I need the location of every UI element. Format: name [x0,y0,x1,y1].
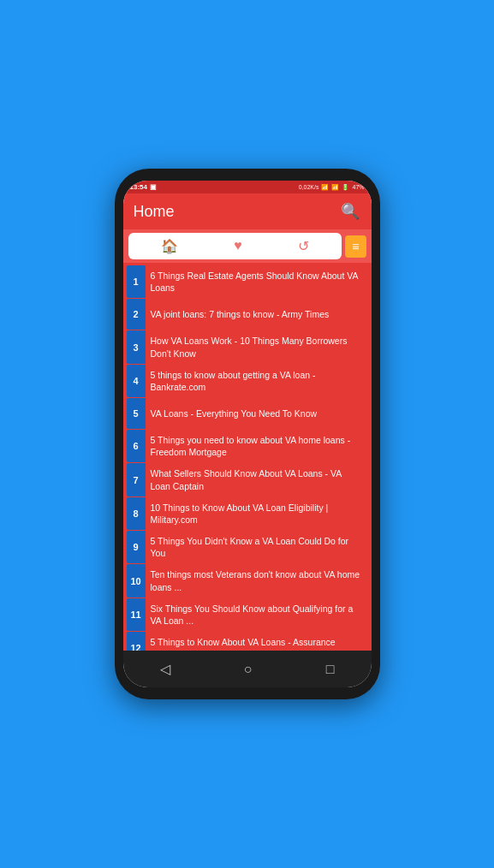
list-item[interactable]: 16 Things Real Estate Agents Should Know… [127,265,368,298]
battery-percent: 47% [352,184,364,190]
signal-icon: 📶 [331,184,339,191]
list-item[interactable]: 65 Things you need to know about VA home… [127,430,368,462]
list-item[interactable]: 7What Sellers Should Know About VA Loans… [127,463,368,496]
home-button[interactable]: ○ [235,658,261,681]
list-item-text: How VA Loans Work - 10 Things Many Borro… [146,330,368,363]
status-bar: 13:54 ▣ 0,02K/s 📶 📶 🔋 47% [123,181,372,193]
list-item-number: 1 [127,265,146,298]
list-item-number: 11 [127,598,146,631]
bottom-navigation: ◁ ○ □ [123,651,372,687]
list-item-text: VA Loans - Everything You Need To Know [146,398,323,429]
list-item-text: 5 Things to Know About VA Loans - Assura… [146,632,368,651]
list-item[interactable]: 125 Things to Know About VA Loans - Assu… [127,632,368,651]
favorites-tab-icon[interactable]: ♥ [227,236,249,256]
list-item-text: VA joint loans: 7 things to know - Army … [146,299,335,330]
list-item[interactable]: 45 things to know about getting a VA loa… [127,365,368,397]
page-title: Home [134,203,175,221]
recents-button[interactable]: □ [318,658,343,681]
list-item-text: 5 things to know about getting a VA loan… [146,365,368,397]
menu-tab-button[interactable]: ≡ [345,235,366,258]
list-item-number: 10 [127,564,146,597]
list-item[interactable]: 2VA joint loans: 7 things to know - Army… [127,299,368,330]
list-item-number: 7 [127,463,146,496]
app-header: Home 🔍 [123,193,372,229]
list-item[interactable]: 10Ten things most Veterans don't know ab… [127,564,368,597]
list-item-text: 5 Things You Didn't Know a VA Loan Could… [146,531,368,563]
list-item[interactable]: 810 Things to Know About VA Loan Eligibi… [127,497,368,530]
list-item-text: Six Things You Should Know about Qualify… [146,598,368,631]
back-button[interactable]: ◁ [152,657,179,681]
list-item-text: Ten things most Veterans don't know abou… [146,564,368,597]
status-left: 13:54 ▣ [130,183,157,191]
wifi-icon: 📶 [321,184,329,191]
list-item-number: 9 [127,531,146,563]
list-item-number: 4 [127,365,146,397]
tab-bar: 🏠 ♥ ↺ ≡ [123,229,372,263]
home-tab-icon[interactable]: 🏠 [154,236,185,256]
search-button[interactable]: 🔍 [339,200,361,223]
list-item-text: What Sellers Should Know About VA Loans … [146,463,368,496]
list-item[interactable]: 95 Things You Didn't Know a VA Loan Coul… [127,531,368,563]
list-item-text: 5 Things you need to know about VA home … [146,430,368,462]
list-item-number: 2 [127,299,146,330]
history-tab-icon[interactable]: ↺ [291,236,316,256]
list-item-text: 6 Things Real Estate Agents Should Know … [146,265,368,298]
phone-screen: 13:54 ▣ 0,02K/s 📶 📶 🔋 47% Home 🔍 🏠 ♥ ↺ [123,181,372,687]
list-item-number: 5 [127,398,146,429]
menu-icon: ≡ [352,240,359,253]
list-item-number: 3 [127,330,146,363]
battery-icon: 🔋 [342,184,349,191]
list-item-text: 10 Things to Know About VA Loan Eligibil… [146,497,368,530]
tab-left-group: 🏠 ♥ ↺ [128,233,342,259]
list-item-number: 12 [127,632,146,651]
status-right: 0,02K/s 📶 📶 🔋 47% [299,184,365,191]
list-item[interactable]: 3How VA Loans Work - 10 Things Many Borr… [127,330,368,363]
phone-device: 13:54 ▣ 0,02K/s 📶 📶 🔋 47% Home 🔍 🏠 ♥ ↺ [115,169,380,699]
results-list: 16 Things Real Estate Agents Should Know… [123,263,372,651]
status-time: 13:54 [130,183,147,191]
list-item-number: 8 [127,497,146,530]
status-network: 0,02K/s [299,184,319,190]
list-item[interactable]: 5VA Loans - Everything You Need To Know [127,398,368,429]
list-item[interactable]: 11Six Things You Should Know about Quali… [127,598,368,631]
status-sim-icon: ▣ [150,183,157,191]
list-item-number: 6 [127,430,146,462]
